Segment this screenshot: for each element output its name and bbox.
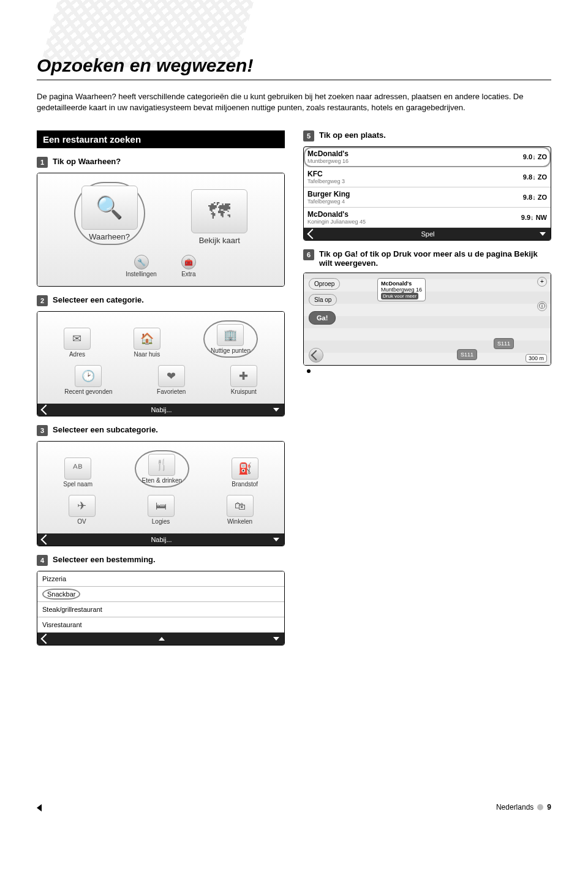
result-row-0[interactable]: McDonald'sMuntbergweg 16 9.0↓ ZO — [304, 147, 551, 167]
zoom-in-button[interactable]: + — [537, 277, 547, 287]
tile-ov[interactable]: ✈OV — [69, 495, 96, 525]
map-icon: 🗺 — [191, 189, 247, 233]
intro-paragraph: De pagina Waarheen? heeft verschillende … — [37, 91, 527, 113]
tile-favorieten[interactable]: ❤Favorieten — [157, 365, 186, 395]
down-arrow-icon[interactable] — [540, 232, 546, 236]
left-column: Een restaurant zoeken 1 Tik op Waarheen?… — [37, 130, 285, 649]
step-1: 1 Tik op Waarheen? — [37, 157, 285, 168]
step-number: 1 — [37, 157, 48, 168]
footer-page-number: 9 — [547, 803, 551, 812]
envelope-icon: ✉ — [64, 328, 91, 350]
section-heading: Een restaurant zoeken — [37, 130, 285, 148]
wrench-icon: 🔧 — [134, 255, 149, 269]
plane-icon: ✈ — [69, 495, 96, 517]
footer-dot-icon — [537, 804, 543, 810]
ga-button[interactable]: Ga! — [309, 311, 336, 325]
list-item-pizzeria[interactable]: Pizzeria — [37, 571, 284, 587]
screenshot-3: ᴬᴮSpel naam 🍴Eten & drinken ⛽Brandstof ✈… — [37, 441, 285, 546]
step-text: Selecteer een categorie. — [53, 295, 144, 304]
step-6: 6 Tik op Ga! of tik op Druk voor meer al… — [303, 249, 551, 268]
abc-icon: ᴬᴮ — [64, 458, 91, 480]
road-label: S111 — [457, 349, 477, 360]
back-icon[interactable] — [41, 634, 51, 644]
tile-spel-naam[interactable]: ᴬᴮSpel naam — [63, 458, 92, 488]
right-column: 5 Tik op een plaats. McDonald'sMuntbergw… — [303, 130, 551, 649]
tile-nuttige-punten[interactable]: 🏢Nuttige punten — [203, 320, 258, 358]
down-arrow-icon[interactable] — [273, 408, 279, 412]
bag-icon: 🛍 — [227, 495, 254, 517]
bekijk-kaart-button[interactable]: 🗺 Bekijk kaart — [191, 189, 247, 245]
screenshot-5: McDonald'sMuntbergweg 16 9.0↓ ZO KFCTafe… — [303, 146, 551, 241]
nabij-button[interactable]: Nabij... — [151, 406, 172, 413]
map-canvas[interactable]: Oproep Sla op Ga! McDonald's Muntbergweg… — [304, 273, 551, 365]
screenshot-1: 🔍 Waarheen? 🗺 Bekijk kaart 🔧 Instellinge… — [37, 173, 285, 287]
step-text: Tik op een plaats. — [319, 130, 386, 140]
step-number: 4 — [37, 555, 48, 566]
page-footer: Nederlands 9 — [496, 803, 551, 812]
cutlery-icon: 🍴 — [148, 454, 175, 476]
up-arrow-icon[interactable] — [159, 637, 165, 641]
list-item-snackbar[interactable]: Snackbar — [37, 587, 284, 602]
step-number: 5 — [303, 130, 314, 141]
footer-language: Nederlands — [496, 803, 533, 812]
back-icon[interactable] — [41, 405, 51, 415]
tile-kruispunt[interactable]: ✚Kruispunt — [230, 365, 257, 395]
tire-track-decoration — [40, 0, 254, 67]
tile-naar-huis[interactable]: 🏠Naar huis — [134, 328, 160, 358]
extra-button[interactable]: 🧰 Extra — [181, 255, 196, 277]
cross-icon: ✚ — [230, 365, 257, 387]
clock-icon: 🕑 — [75, 365, 102, 387]
step-text: Tik op Waarheen? — [53, 157, 121, 166]
tile-recent[interactable]: 🕑Recent gevonden — [64, 365, 112, 395]
prev-page-arrow-icon — [37, 804, 42, 812]
result-row-1[interactable]: KFCTafelbergweg 3 9.8↓ ZO — [304, 167, 551, 187]
section-end-dot — [307, 369, 311, 373]
nabij-button[interactable]: Nabij... — [151, 536, 172, 543]
back-icon[interactable] — [307, 229, 318, 239]
magnifier-icon: 🔍 — [81, 186, 138, 230]
step-text: Selecteer een bestemming. — [53, 555, 156, 564]
down-arrow-icon[interactable] — [273, 538, 279, 541]
screenshot-6: Oproep Sla op Ga! McDonald's Muntbergweg… — [303, 273, 551, 366]
poi-callout[interactable]: McDonald's Muntbergweg 16 Druk voor meer — [377, 278, 426, 301]
toolbox-icon: 🧰 — [181, 255, 196, 269]
road-label: S111 — [494, 338, 514, 349]
fuel-icon: ⛽ — [232, 458, 258, 480]
result-row-2[interactable]: Burger KingTafelbergweg 4 9.8↓ ZO — [304, 187, 551, 208]
list-item-steak[interactable]: Steak/grillrestaurant — [37, 602, 284, 617]
step-number: 3 — [37, 425, 48, 436]
tile-brandstof[interactable]: ⛽Brandstof — [232, 458, 258, 488]
step-number: 6 — [303, 249, 314, 260]
home-icon: 🏠 — [134, 328, 160, 350]
instellingen-button[interactable]: 🔧 Instellingen — [126, 255, 157, 277]
down-arrow-icon[interactable] — [273, 637, 279, 641]
oproep-button[interactable]: Oproep — [309, 278, 340, 290]
heart-icon: ❤ — [158, 365, 185, 387]
tile-winkelen[interactable]: 🛍Winkelen — [227, 495, 254, 525]
step-number: 2 — [37, 295, 48, 306]
scale-label: 300 m — [526, 354, 547, 363]
screenshot-4: Pizzeria Snackbar Steak/grillrestaurant … — [37, 571, 285, 646]
tile-adres[interactable]: ✉Adres — [64, 328, 91, 358]
spel-button[interactable]: Spel — [421, 230, 434, 238]
step-text: Tik op Ga! of tik op Druk voor meer als … — [319, 249, 551, 268]
waarheen-button[interactable]: 🔍 Waarheen? — [74, 182, 145, 245]
druk-voor-meer-button[interactable]: Druk voor meer — [381, 293, 418, 299]
step-3: 3 Selecteer een subcategorie. — [37, 425, 285, 436]
info-icon[interactable]: ⓘ — [537, 301, 547, 311]
screenshot-2: ✉Adres 🏠Naar huis 🏢Nuttige punten 🕑Recen… — [37, 311, 285, 416]
back-icon[interactable] — [309, 348, 323, 363]
step-2: 2 Selecteer een categorie. — [37, 295, 285, 306]
back-icon[interactable] — [41, 535, 51, 545]
tile-logies[interactable]: 🛏Logies — [148, 495, 175, 525]
poi-icon: 🏢 — [217, 324, 244, 346]
step-text: Selecteer een subcategorie. — [53, 425, 158, 434]
result-row-3[interactable]: McDonald'sKoningin Julianaweg 45 9.9↓ NW — [304, 208, 551, 228]
step-4: 4 Selecteer een bestemming. — [37, 555, 285, 566]
list-item-vis[interactable]: Visrestaurant — [37, 617, 284, 633]
sla-op-button[interactable]: Sla op — [309, 294, 337, 306]
step-5: 5 Tik op een plaats. — [303, 130, 551, 141]
tile-eten-drinken[interactable]: 🍴Eten & drinken — [135, 450, 190, 488]
bed-icon: 🛏 — [148, 495, 175, 517]
